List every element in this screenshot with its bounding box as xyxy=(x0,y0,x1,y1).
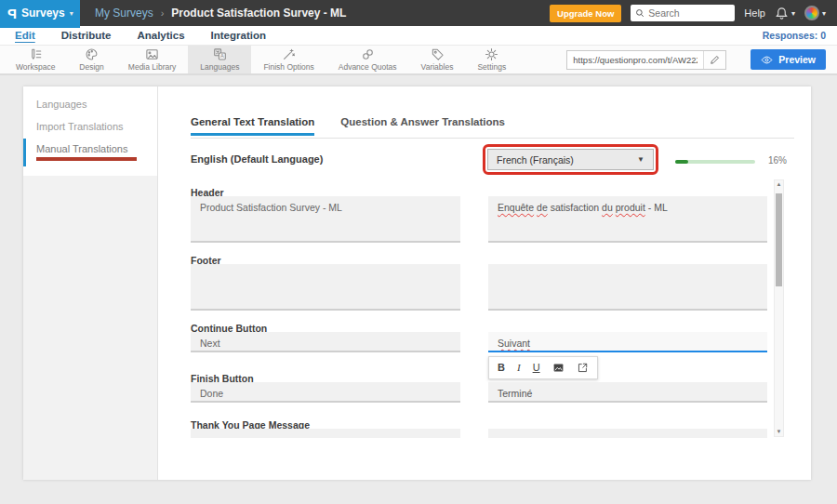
continue-button-translation-field[interactable]: Suivant xyxy=(488,332,767,352)
translations-sidebar: LanguagesImport TranslationsManual Trans… xyxy=(23,86,158,480)
survey-url-input[interactable] xyxy=(567,55,703,65)
tab-general-text-translation[interactable]: General Text Translation xyxy=(191,116,314,136)
thank-you-page-message-source-field[interactable] xyxy=(191,429,460,438)
page-background: LanguagesImport TranslationsManual Trans… xyxy=(0,75,837,504)
toolbar-item-design[interactable]: Design xyxy=(67,46,115,73)
header-translation-field[interactable]: Enquête de satisfaction du produit - ML xyxy=(488,196,767,243)
search-input[interactable] xyxy=(648,7,730,19)
global-search[interactable] xyxy=(631,5,735,21)
thank-you-page-message-translation-field[interactable] xyxy=(488,429,767,438)
pencil-icon xyxy=(710,55,720,65)
toolbar-item-label: Settings xyxy=(477,62,506,72)
preview-button[interactable]: Preview xyxy=(751,49,826,70)
annotation-highlight: French (Français) ▼ xyxy=(483,144,658,175)
footer-translation-field[interactable] xyxy=(488,264,767,311)
search-icon xyxy=(635,8,644,18)
toolbar-right: Preview xyxy=(566,46,837,73)
sidebar-item-languages[interactable]: Languages xyxy=(23,91,157,113)
toolbar-item-media-library[interactable]: Media Library xyxy=(116,46,189,73)
sidebar-item-manual-translations[interactable]: Manual Translations xyxy=(23,136,157,165)
account-menu[interactable]: ▾ xyxy=(804,6,826,20)
toolbar-item-label: Workspace xyxy=(16,62,55,72)
translation-progress-bar xyxy=(675,160,755,164)
svg-text:A: A xyxy=(220,53,224,59)
design-icon xyxy=(85,47,99,61)
scroll-down-icon[interactable]: ▼ xyxy=(775,428,783,436)
toolbar-item-label: Design xyxy=(79,62,103,72)
toolbar-item-languages[interactable]: ALanguages xyxy=(188,46,251,73)
external-link-button[interactable] xyxy=(577,362,589,374)
toolbar-item-label: Finish Options xyxy=(263,62,313,72)
toolbar-item-workspace[interactable]: Workspace xyxy=(4,46,67,73)
responses-count[interactable]: Responses: 0 xyxy=(763,30,837,41)
nav-item-integration[interactable]: Integration xyxy=(211,30,266,41)
misspelled-word: de xyxy=(537,202,548,213)
edit-url-button[interactable] xyxy=(703,51,725,69)
sidebar-item-import-translations[interactable]: Import Translations xyxy=(23,113,157,136)
product-menu-label: Surveys xyxy=(21,7,65,20)
sidebar-item-label: Languages xyxy=(36,99,86,110)
scrollbar-thumb[interactable] xyxy=(776,193,782,286)
bell-icon xyxy=(775,7,789,20)
toolbar-item-label: Variables xyxy=(421,62,454,72)
nav-item-analytics[interactable]: Analytics xyxy=(137,30,184,41)
product-menu[interactable]: P Surveys ▾ xyxy=(0,0,80,26)
topbar-actions: Upgrade Now Help ▾ ▾ xyxy=(550,5,837,22)
header-source-field[interactable]: Product Satisfaction Survey - ML xyxy=(191,196,460,243)
settings-icon xyxy=(485,47,498,61)
finish-button-source-field[interactable]: Done xyxy=(191,382,460,403)
target-language-dropdown[interactable]: French (Français) ▼ xyxy=(487,149,654,170)
upgrade-now-button[interactable]: Upgrade Now xyxy=(550,5,621,22)
sidebar-filler xyxy=(23,176,157,480)
nav-item-distribute[interactable]: Distribute xyxy=(61,30,112,41)
breadcrumb: My Surveys › Product Satisfaction Survey… xyxy=(95,7,346,20)
image-button[interactable] xyxy=(552,362,565,374)
help-link[interactable]: Help xyxy=(744,7,765,19)
breadcrumb-parent[interactable]: My Surveys xyxy=(95,7,153,20)
sidebar-item-label: Manual Translations xyxy=(36,143,127,154)
target-language-value: French (Français) xyxy=(497,154,574,166)
survey-url-box xyxy=(566,50,726,70)
toolbar-item-advance-quotas[interactable]: Advance Quotas xyxy=(326,46,409,73)
tab-question-answer-translations[interactable]: Question & Answer Translations xyxy=(340,116,505,136)
toolbar-item-label: Languages xyxy=(200,62,239,72)
vertical-scrollbar[interactable]: ▲ ▼ xyxy=(774,179,784,437)
primary-nav-links: EditDistributeAnalyticsIntegration xyxy=(0,30,266,41)
translation-progress-percent: 16% xyxy=(768,155,787,166)
variables-icon xyxy=(431,47,445,61)
workspace-icon xyxy=(29,47,43,61)
top-bar: P Surveys ▾ My Surveys › Product Satisfa… xyxy=(0,0,837,26)
misspelled-word: produit xyxy=(616,202,645,213)
advance-quotas-icon xyxy=(361,47,375,61)
scroll-up-icon[interactable]: ▲ xyxy=(775,180,783,189)
eye-icon xyxy=(761,54,773,66)
toolbar-item-variables[interactable]: Variables xyxy=(409,46,466,73)
primary-nav: EditDistributeAnalyticsIntegration Respo… xyxy=(0,26,837,46)
toolbar-item-settings[interactable]: Settings xyxy=(465,46,518,73)
breadcrumb-separator-icon: › xyxy=(161,7,165,19)
media-library-icon xyxy=(145,47,159,61)
survey-toolbar: WorkspaceDesignMedia LibraryALanguagesFi… xyxy=(0,46,837,75)
bold-button[interactable]: B xyxy=(498,363,505,373)
image-icon xyxy=(552,362,565,374)
text-format-toolbar: BIU xyxy=(488,356,598,379)
underline-button[interactable]: U xyxy=(533,363,540,373)
finish-button-translation-field[interactable]: Terminé xyxy=(488,382,767,403)
misspelled-word: du xyxy=(602,202,613,213)
footer-source-field[interactable] xyxy=(191,264,460,311)
preview-label: Preview xyxy=(778,54,816,65)
questionpro-logo-icon: P xyxy=(7,6,17,21)
notifications-menu[interactable]: ▾ xyxy=(775,7,795,20)
external-link-icon xyxy=(577,362,589,374)
source-language-label: English (Default Language) xyxy=(191,153,323,165)
chevron-down-icon: ▾ xyxy=(70,9,73,18)
languages-icon: A xyxy=(213,47,227,61)
italic-button[interactable]: I xyxy=(517,363,521,373)
continue-button-source-field[interactable]: Next xyxy=(191,332,460,352)
nav-item-edit[interactable]: Edit xyxy=(15,30,35,41)
toolbar-item-finish-options[interactable]: Finish Options xyxy=(251,46,326,73)
breadcrumb-current: Product Satisfaction Survey - ML xyxy=(171,7,346,20)
chevron-down-icon: ▾ xyxy=(791,9,795,18)
misspelled-word: Enquête xyxy=(498,202,534,213)
annotation-underline xyxy=(36,157,137,161)
